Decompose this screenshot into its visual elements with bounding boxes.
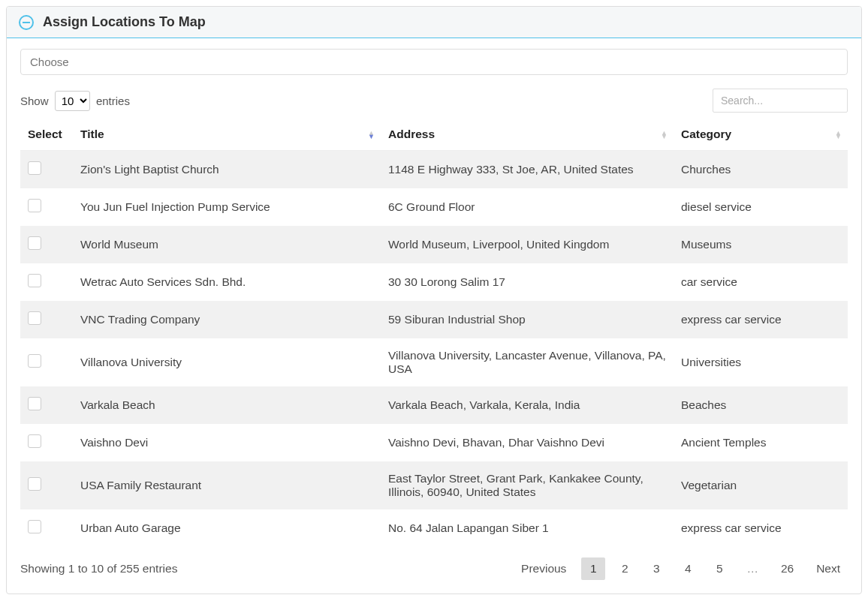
row-address: Vaishno Devi, Bhavan, Dhar Vaishno Devi xyxy=(381,424,674,461)
svg-rect-0 xyxy=(23,22,30,23)
row-title: Villanova University xyxy=(73,338,381,386)
search-control xyxy=(713,89,848,113)
row-category: Universities xyxy=(674,338,848,386)
row-category: Museums xyxy=(674,226,848,263)
row-checkbox[interactable] xyxy=(28,397,41,410)
table-row: Varkala BeachVarkala Beach, Varkala, Ker… xyxy=(20,386,848,424)
row-category: car service xyxy=(674,263,848,301)
page-next[interactable]: Next xyxy=(809,557,848,580)
page-previous[interactable]: Previous xyxy=(514,557,574,580)
row-address: 30 30 Lorong Salim 17 xyxy=(381,263,674,301)
collapse-icon[interactable] xyxy=(19,15,34,30)
row-category: diesel service xyxy=(674,188,848,226)
assign-locations-panel: Assign Locations To Map Show 10 entries … xyxy=(6,6,862,594)
row-address: Villanova University, Lancaster Avenue, … xyxy=(381,338,674,386)
col-header-title[interactable]: Title ▲▼ xyxy=(73,119,381,151)
row-title: Urban Auto Garage xyxy=(73,509,381,547)
row-title: Wetrac Auto Services Sdn. Bhd. xyxy=(73,263,381,301)
table-row: VNC Trading Company59 Siburan Industrial… xyxy=(20,301,848,338)
table-row: Zion's Light Baptist Church1148 E Highwa… xyxy=(20,151,848,189)
row-category: Ancient Temples xyxy=(674,424,848,461)
table-row: Villanova UniversityVillanova University… xyxy=(20,338,848,386)
row-address: East Taylor Street, Grant Park, Kankakee… xyxy=(381,461,674,509)
row-checkbox[interactable] xyxy=(28,311,41,325)
row-checkbox[interactable] xyxy=(28,161,41,175)
row-checkbox[interactable] xyxy=(28,274,41,287)
row-category: Vegetarian xyxy=(674,461,848,509)
row-checkbox[interactable] xyxy=(28,236,41,250)
row-checkbox[interactable] xyxy=(28,434,41,448)
page-number[interactable]: 2 xyxy=(613,557,637,580)
entries-control: Show 10 entries xyxy=(20,91,130,111)
row-title: VNC Trading Company xyxy=(73,301,381,338)
row-title: Vaishno Devi xyxy=(73,424,381,461)
entries-label: entries xyxy=(96,95,130,107)
page-number[interactable]: 1 xyxy=(581,557,605,580)
row-category: express car service xyxy=(674,509,848,547)
row-checkbox[interactable] xyxy=(28,477,41,491)
locations-table: Select Title ▲▼ Address ▲▼ xyxy=(20,119,848,547)
row-address: Varkala Beach, Varkala, Kerala, India xyxy=(381,386,674,424)
controls-row: Show 10 entries xyxy=(20,89,848,113)
row-address: World Museum, Liverpool, United Kingdom xyxy=(381,226,674,263)
table-footer: Showing 1 to 10 of 255 entries Previous1… xyxy=(20,557,848,580)
row-category: express car service xyxy=(674,301,848,338)
col-header-address[interactable]: Address ▲▼ xyxy=(381,119,674,151)
col-header-select: Select xyxy=(20,119,73,151)
row-category: Churches xyxy=(674,151,848,189)
row-checkbox[interactable] xyxy=(28,520,41,533)
col-header-category[interactable]: Category ▲▼ xyxy=(674,119,848,151)
panel-body: Show 10 entries Select Title xyxy=(7,38,861,593)
pagination: Previous12345…26Next xyxy=(506,557,848,580)
page-number[interactable]: 26 xyxy=(773,557,801,580)
row-address: 6C Ground Floor xyxy=(381,188,674,226)
row-title: World Museum xyxy=(73,226,381,263)
row-checkbox[interactable] xyxy=(28,199,41,212)
show-label: Show xyxy=(20,95,49,107)
table-row: Vaishno DeviVaishno Devi, Bhavan, Dhar V… xyxy=(20,424,848,461)
table-row: Urban Auto GarageNo. 64 Jalan Lapangan S… xyxy=(20,509,848,547)
footer-info: Showing 1 to 10 of 255 entries xyxy=(20,562,177,575)
search-input[interactable] xyxy=(713,89,848,113)
row-address: No. 64 Jalan Lapangan Siber 1 xyxy=(381,509,674,547)
row-title: Zion's Light Baptist Church xyxy=(73,151,381,189)
panel-header: Assign Locations To Map xyxy=(7,7,861,38)
row-checkbox[interactable] xyxy=(28,354,41,368)
sort-icon: ▲▼ xyxy=(661,131,668,138)
page-ellipsis: … xyxy=(739,557,766,580)
row-address: 59 Siburan Industrial Shop xyxy=(381,301,674,338)
choose-input[interactable] xyxy=(20,49,848,75)
page-number[interactable]: 4 xyxy=(676,557,700,580)
table-body: Zion's Light Baptist Church1148 E Highwa… xyxy=(20,151,848,548)
page-number[interactable]: 5 xyxy=(707,557,731,580)
row-title: USA Family Restaurant xyxy=(73,461,381,509)
row-title: Varkala Beach xyxy=(73,386,381,424)
page-number[interactable]: 3 xyxy=(644,557,668,580)
table-row: You Jun Fuel Injection Pump Service6C Gr… xyxy=(20,188,848,226)
entries-select[interactable]: 10 xyxy=(55,91,90,111)
row-title: You Jun Fuel Injection Pump Service xyxy=(73,188,381,226)
table-row: Wetrac Auto Services Sdn. Bhd.30 30 Loro… xyxy=(20,263,848,301)
row-category: Beaches xyxy=(674,386,848,424)
row-address: 1148 E Highway 333, St Joe, AR, United S… xyxy=(381,151,674,189)
sort-icon: ▲▼ xyxy=(368,131,375,138)
sort-icon: ▲▼ xyxy=(835,131,842,138)
table-row: USA Family RestaurantEast Taylor Street,… xyxy=(20,461,848,509)
table-row: World MuseumWorld Museum, Liverpool, Uni… xyxy=(20,226,848,263)
panel-title: Assign Locations To Map xyxy=(43,14,206,30)
